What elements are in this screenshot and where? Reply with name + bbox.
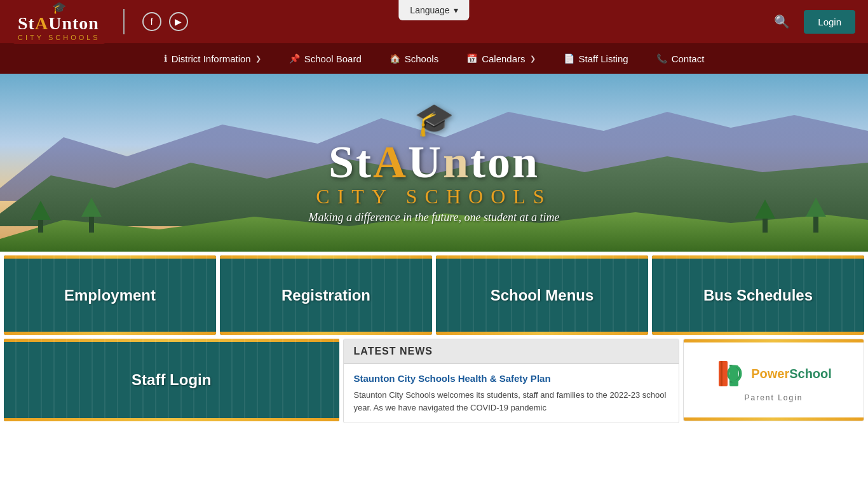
svg-rect-14: [721, 361, 722, 386]
nav-label-calendars: Calendars: [482, 53, 525, 64]
login-button[interactable]: Login: [804, 10, 855, 34]
nav-item-staff-listing[interactable]: 📄 Staff Listing: [550, 43, 642, 74]
chevron-icon-2: ❯: [530, 55, 536, 63]
powerschool-logo: PowerSchool: [715, 358, 832, 390]
logo-box: 🎓 StAUnton CITY SCHOOLS: [13, 0, 105, 44]
powerschool-button[interactable]: PowerSchool Parent Login: [683, 339, 864, 421]
social-icons: f ▶: [142, 12, 188, 31]
employment-button[interactable]: Employment: [4, 255, 216, 335]
graduation-cap-icon: 🎓: [308, 101, 559, 138]
main-navigation: ℹ District Information ❯ 📌 School Board …: [0, 43, 868, 74]
news-content: Staunton City Schools Health & Safety Pl…: [344, 364, 679, 423]
grad-cap-icon: 🎓: [18, 2, 100, 13]
bus-schedules-button[interactable]: Bus Schedules: [652, 255, 864, 335]
news-section: LATEST NEWS Staunton City Schools Health…: [343, 339, 680, 423]
nav-item-district-information[interactable]: ℹ District Information ❯: [150, 43, 275, 74]
nav-item-calendars[interactable]: 📅 Calendars ❯: [452, 43, 549, 74]
language-button[interactable]: Language ▾: [398, 0, 469, 20]
nav-item-school-board[interactable]: 📌 School Board: [275, 43, 376, 74]
nav-item-schools[interactable]: 🏠 Schools: [376, 43, 452, 74]
powerschool-subtitle: Parent Login: [744, 393, 803, 402]
chevron-icon: ❯: [255, 55, 261, 63]
hero-banner: 🎓 StAUnton CITY SCHOOLS Making a differe…: [0, 74, 868, 252]
powerschool-title-text: PowerSchool: [751, 367, 832, 381]
staff-login-label: Staff Login: [132, 371, 211, 389]
logo-area: 🎓 StAUnton CITY SCHOOLS: [13, 0, 105, 44]
news-article-text: Staunton City Schools welcomes its stude…: [354, 389, 669, 414]
news-header: LATEST NEWS: [344, 339, 679, 364]
top-bar: 🎓 StAUnton CITY SCHOOLS f ▶ Language ▾ 🔍: [0, 0, 868, 43]
nav-label-schools: Schools: [405, 53, 438, 64]
quick-links-row: Employment Registration School Menus Bus…: [0, 252, 868, 339]
nav-label-district: District Information: [172, 53, 251, 64]
language-area: Language ▾: [398, 0, 469, 20]
top-bar-left: 🎓 StAUnton CITY SCHOOLS f ▶: [13, 0, 188, 44]
powerschool-icon: [715, 358, 747, 390]
hero-title: StAUnton: [308, 139, 559, 185]
logo-divider: [123, 9, 125, 34]
bottom-section: Staff Login LATEST NEWS Staunton City Sc…: [0, 339, 868, 427]
logo-text-main: StAUnton: [18, 13, 100, 34]
registration-button[interactable]: Registration: [220, 255, 432, 335]
home-icon: 🏠: [390, 53, 400, 64]
bus-schedules-label: Bus Schedules: [703, 287, 813, 304]
svg-rect-12: [719, 361, 728, 386]
nav-label-contact: Contact: [672, 53, 705, 64]
top-bar-right: 🔍 Login: [770, 10, 855, 34]
hero-city-schools: CITY SCHOOLS: [308, 185, 559, 208]
info-icon: ℹ: [164, 53, 167, 64]
school-menus-button[interactable]: School Menus: [436, 255, 648, 335]
staff-login-button[interactable]: Staff Login: [4, 339, 339, 421]
hero-tagline: Making a difference in the future, one s…: [308, 211, 559, 224]
news-article-title[interactable]: Staunton City Schools Health & Safety Pl…: [354, 373, 669, 384]
search-button[interactable]: 🔍: [770, 10, 794, 33]
facebook-icon[interactable]: f: [142, 12, 161, 31]
nav-label-staff: Staff Listing: [579, 53, 628, 64]
youtube-icon[interactable]: ▶: [169, 12, 188, 31]
search-icon: 🔍: [774, 15, 790, 29]
staff-icon: 📄: [564, 53, 574, 64]
board-icon: 📌: [289, 53, 300, 64]
chevron-down-icon: ▾: [454, 5, 458, 15]
logo-text-sub: CITY SCHOOLS: [18, 34, 100, 41]
employment-label: Employment: [64, 287, 156, 304]
phone-icon: 📞: [656, 53, 667, 64]
calendar-icon: 📅: [466, 53, 477, 64]
ps-brand-name: PowerSchool: [751, 367, 832, 381]
registration-label: Registration: [281, 287, 370, 304]
hero-content: 🎓 StAUnton CITY SCHOOLS Making a differe…: [308, 101, 559, 224]
nav-label-board: School Board: [304, 53, 362, 64]
nav-item-contact[interactable]: 📞 Contact: [642, 43, 719, 74]
school-menus-label: School Menus: [491, 287, 594, 304]
